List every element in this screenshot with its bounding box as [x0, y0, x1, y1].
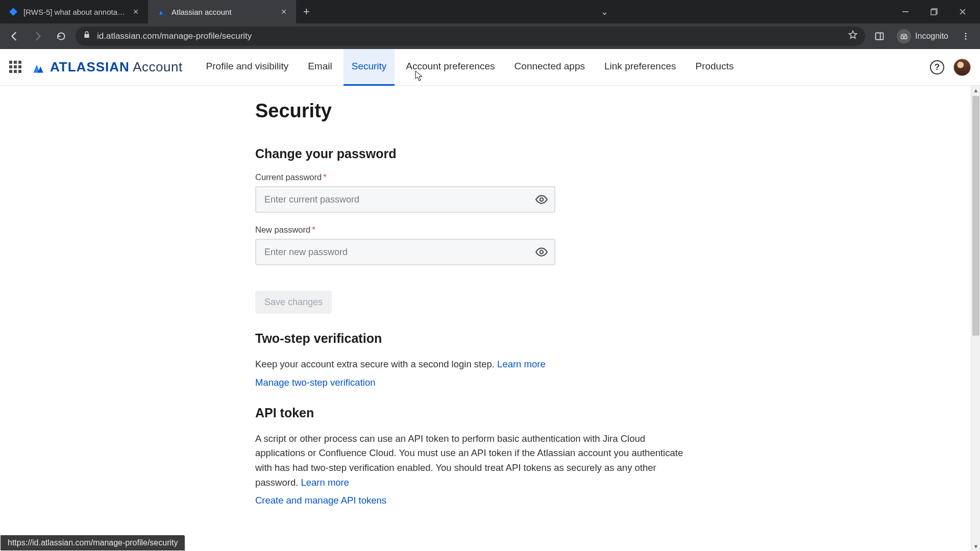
star-icon[interactable] [848, 30, 858, 42]
eye-icon[interactable] [533, 191, 550, 208]
section-heading: API token [255, 406, 704, 420]
url-text: id.atlassian.com/manage-profile/security [97, 31, 842, 41]
svg-point-12 [965, 35, 967, 37]
back-icon[interactable] [5, 27, 23, 45]
change-password-section: Change your password Current password* [255, 146, 704, 323]
svg-point-9 [901, 36, 904, 39]
incognito-indicator[interactable]: Incognito [894, 29, 951, 43]
address-bar[interactable]: id.atlassian.com/manage-profile/security [76, 27, 865, 46]
forward-icon[interactable] [29, 27, 47, 45]
new-password-field: New password* [255, 225, 704, 265]
scroll-up-icon[interactable]: ▲ [971, 86, 980, 95]
svg-point-15 [540, 251, 544, 254]
svg-point-10 [904, 36, 907, 39]
page-viewport: ATLASSIAN Account Profile and visibility… [0, 49, 980, 551]
tab-list-chevron-icon[interactable]: ⌄ [593, 6, 616, 17]
scroll-down-icon[interactable]: ▼ [971, 542, 980, 551]
eye-icon[interactable] [533, 243, 550, 261]
incognito-label: Incognito [915, 32, 948, 41]
nav-profile[interactable]: Profile and visibility [198, 49, 297, 86]
learn-more-link[interactable]: Learn more [301, 477, 349, 488]
browser-tab-1[interactable]: Atlassian account × [148, 0, 296, 23]
nav-products[interactable]: Products [687, 49, 742, 86]
two-step-body: Keep your account extra secure with a se… [255, 357, 689, 372]
incognito-icon [897, 29, 911, 43]
avatar[interactable] [953, 59, 971, 76]
tab-strip: [RWS-5] what about annotations × Atlassi… [0, 0, 980, 23]
status-bar: https://id.atlassian.com/manage-profile/… [1, 535, 185, 550]
content: Security Change your password Current pa… [255, 86, 704, 551]
manage-api-tokens-link[interactable]: Create and manage API tokens [255, 495, 386, 506]
scroll-thumb[interactable] [972, 96, 979, 336]
nav-email[interactable]: Email [300, 49, 340, 86]
kebab-menu-icon[interactable] [957, 27, 975, 45]
atlassian-favicon [156, 7, 166, 17]
panel-icon[interactable] [870, 27, 889, 45]
atlassian-logo-icon [31, 60, 45, 74]
new-tab-button[interactable]: + [296, 5, 317, 18]
help-icon[interactable]: ? [930, 60, 944, 74]
api-body: A script or other process can use an API… [255, 432, 689, 490]
atlassian-logo[interactable]: ATLASSIAN Account [31, 59, 183, 75]
page-title: Security [255, 100, 704, 122]
tab-title: Atlassian account [172, 8, 274, 16]
svg-point-13 [965, 38, 967, 39]
primary-nav: Profile and visibility Email Security Ac… [198, 49, 742, 86]
section-heading: Change your password [255, 146, 704, 161]
nav-link-prefs[interactable]: Link preferences [596, 49, 684, 86]
current-password-field: Current password* [255, 172, 704, 213]
close-icon[interactable]: × [279, 7, 289, 17]
browser-chrome: [RWS-5] what about annotations × Atlassi… [0, 0, 980, 49]
scrollbar[interactable]: ▲ ▼ [971, 86, 980, 551]
browser-tab-0[interactable]: [RWS-5] what about annotations × [0, 0, 148, 23]
minimize-icon[interactable] [892, 2, 919, 22]
current-password-label: Current password* [255, 172, 704, 182]
lock-icon [83, 31, 91, 41]
new-password-label: New password* [255, 225, 704, 235]
svg-marker-0 [9, 8, 17, 16]
browser-toolbar: id.atlassian.com/manage-profile/security… [0, 23, 980, 49]
reload-icon[interactable] [52, 27, 70, 45]
new-password-input[interactable] [255, 239, 555, 265]
logo-text: ATLASSIAN Account [50, 59, 183, 75]
app-header: ATLASSIAN Account Profile and visibility… [0, 49, 980, 86]
svg-point-14 [540, 198, 544, 202]
svg-rect-3 [931, 10, 936, 15]
window-controls [892, 2, 976, 22]
tab-title: [RWS-5] what about annotations [23, 8, 126, 16]
close-window-icon[interactable] [949, 2, 976, 22]
section-heading: Two-step verification [255, 331, 704, 346]
current-password-input[interactable] [255, 186, 555, 213]
api-token-section: API token A script or other process can … [255, 406, 704, 516]
manage-two-step-link[interactable]: Manage two-step verification [255, 377, 375, 388]
nav-preferences[interactable]: Account preferences [398, 49, 503, 86]
svg-rect-7 [876, 33, 884, 39]
two-step-section: Two-step verification Keep your account … [255, 331, 704, 397]
close-icon[interactable]: × [131, 7, 141, 17]
learn-more-link[interactable]: Learn more [497, 359, 546, 369]
nav-connected[interactable]: Connected apps [506, 49, 593, 86]
app-switcher-icon[interactable] [9, 61, 22, 74]
nav-security[interactable]: Security [344, 49, 395, 86]
jira-favicon [8, 7, 18, 17]
save-changes-button[interactable]: Save changes [255, 291, 332, 314]
svg-rect-6 [84, 34, 89, 38]
scroll-region[interactable]: Security Change your password Current pa… [0, 86, 971, 551]
maximize-icon[interactable] [921, 2, 947, 22]
svg-point-11 [965, 33, 967, 34]
